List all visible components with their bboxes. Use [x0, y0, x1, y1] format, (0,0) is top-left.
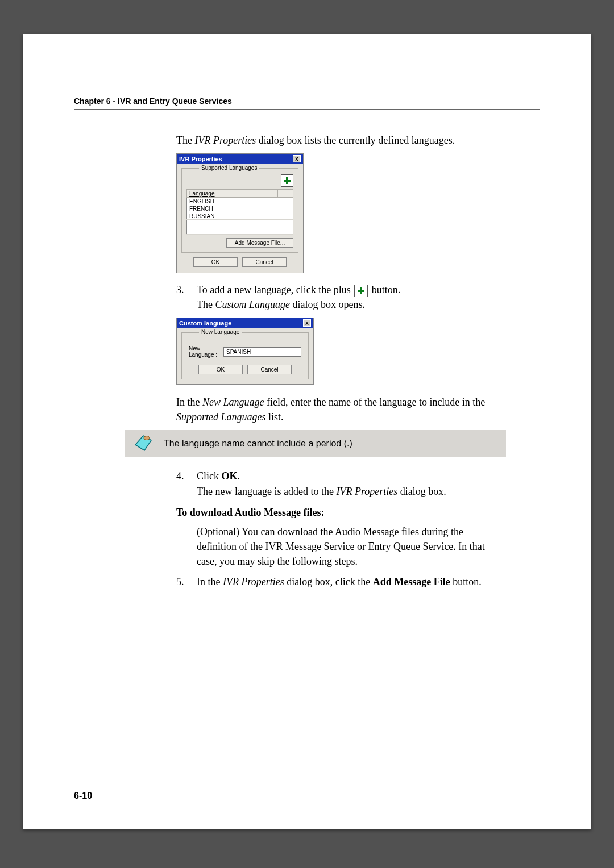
- groupbox-legend: New Language: [199, 329, 242, 335]
- note-text: The language name cannot include a perio…: [164, 439, 352, 449]
- dialog-title: IVR Properties: [179, 156, 222, 162]
- text: In the: [176, 397, 202, 408]
- dialog-titlebar: Custom language x: [177, 318, 313, 328]
- download-audio-paragraph: (Optional) You can download the Audio Me…: [197, 524, 495, 569]
- step-number: 4.: [176, 469, 197, 498]
- text: The: [197, 299, 215, 310]
- body-column-2: 4. Click OK. The new language is added t…: [176, 469, 495, 589]
- ivr-properties-dialog: IVR Properties x Supported Languages Lan…: [176, 153, 304, 273]
- close-icon[interactable]: x: [293, 155, 301, 162]
- text-italic: Custom Language: [215, 299, 290, 310]
- text: button.: [450, 576, 482, 587]
- text: dialog box lists the currently defined l…: [256, 135, 455, 146]
- text-bold: OK: [222, 470, 238, 482]
- table-row[interactable]: FRENCH: [187, 205, 293, 212]
- dialog-titlebar: IVR Properties x: [177, 154, 303, 164]
- plus-icon: [358, 287, 364, 294]
- groupbox-legend: Supported Languages: [199, 165, 259, 171]
- cancel-button[interactable]: Cancel: [247, 365, 292, 374]
- text-italic: Supported Languages: [176, 411, 266, 423]
- text: field, enter the name of the language to…: [264, 397, 486, 408]
- text: To add a new language, click the plus: [197, 284, 353, 295]
- ok-button[interactable]: OK: [193, 257, 238, 267]
- table-row[interactable]: ENGLISH: [187, 198, 293, 205]
- add-language-button[interactable]: [281, 174, 293, 187]
- ok-button[interactable]: OK: [198, 365, 243, 374]
- text: dialog box.: [397, 486, 446, 497]
- text: Click: [197, 470, 222, 482]
- intro-paragraph: The IVR Properties dialog box lists the …: [176, 133, 495, 148]
- new-language-label: New Language :: [189, 345, 218, 358]
- step-5: 5. In the IVR Properties dialog box, cli…: [176, 574, 495, 589]
- new-language-input[interactable]: [223, 347, 301, 357]
- text-bold: Add Message File: [373, 576, 450, 587]
- page: Chapter 6 - IVR and Entry Queue Services…: [23, 34, 591, 829]
- table-row[interactable]: RUSSIAN: [187, 212, 293, 220]
- plus-inline-button[interactable]: [354, 285, 368, 297]
- text: list.: [266, 411, 284, 423]
- table-header[interactable]: Language: [187, 190, 278, 198]
- text: In the: [197, 576, 223, 587]
- after-custom-paragraph: In the New Language field, enter the nam…: [176, 395, 495, 424]
- running-header: Chapter 6 - IVR and Entry Queue Services: [74, 97, 540, 110]
- step-number: 5.: [176, 574, 197, 589]
- text: dialog box, click the: [284, 576, 373, 587]
- table-cell: RUSSIAN: [187, 212, 278, 220]
- plus-icon: [284, 177, 291, 184]
- svg-point-1: [144, 436, 150, 440]
- note-icon: [133, 433, 154, 454]
- new-language-group: New Language New Language : OK Cancel: [181, 332, 309, 379]
- table-row: [187, 227, 293, 235]
- page-number: 6-10: [74, 791, 92, 801]
- text: The: [176, 135, 194, 146]
- table-cell: ENGLISH: [187, 198, 278, 205]
- step-3: 3. To add a new language, click the plus…: [176, 282, 495, 312]
- text: .: [238, 470, 240, 482]
- table-row: [187, 220, 293, 227]
- text-italic: IVR Properties: [336, 486, 397, 497]
- text-italic: IVR Properties: [194, 135, 256, 146]
- add-message-file-button[interactable]: Add Message File...: [226, 238, 293, 248]
- body-column: The IVR Properties dialog box lists the …: [176, 133, 495, 424]
- table-cell: FRENCH: [187, 205, 278, 212]
- cancel-button[interactable]: Cancel: [242, 257, 287, 267]
- text: The new language is added to the: [197, 486, 336, 497]
- supported-languages-group: Supported Languages Language ENGLISH FRE…: [181, 168, 298, 253]
- custom-language-dialog: Custom language x New Language New Langu…: [176, 318, 314, 385]
- text-italic: New Language: [202, 397, 264, 408]
- text: dialog box opens.: [290, 299, 365, 310]
- table-header-spacer: [278, 190, 293, 198]
- language-table: Language ENGLISH FRENCH RUSSIAN: [186, 189, 293, 235]
- text-italic: IVR Properties: [223, 576, 284, 587]
- note-callout: The language name cannot include a perio…: [125, 430, 506, 457]
- download-audio-heading: To download Audio Message files:: [176, 507, 495, 519]
- text: button.: [372, 284, 401, 295]
- step-4: 4. Click OK. The new language is added t…: [176, 469, 495, 498]
- close-icon[interactable]: x: [303, 319, 311, 327]
- dialog-title: Custom language: [179, 320, 231, 327]
- step-number: 3.: [176, 282, 197, 312]
